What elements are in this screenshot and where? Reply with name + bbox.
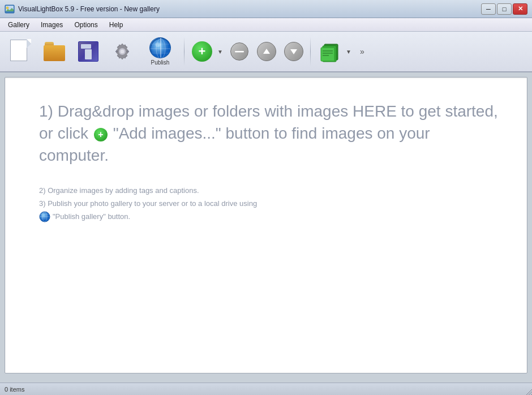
svg-point-13 [155,42,161,47]
open-folder-icon [44,42,65,61]
gear-icon [112,41,132,62]
add-dropdown-arrow[interactable]: ▼ [216,41,225,62]
open-button[interactable] [38,35,70,68]
add-images-button[interactable]: + [188,35,216,68]
toolbar-separator-2 [310,37,311,66]
title-bar: VisualLightBox 5.9 - Free version - New … [0,0,532,18]
theme-icon [318,40,341,63]
instruction-step3: 3) Publish your photo gallery to your se… [39,199,257,208]
add-icon-inline: + [94,128,108,141]
instruction-step2: 2) Organize images by adding tags and ca… [39,186,199,195]
close-button[interactable]: ✕ [513,3,527,15]
publish-globe-inline [39,211,50,222]
theme-button[interactable] [315,35,344,68]
publish-label: Publish [151,59,170,66]
save-button[interactable] [72,35,104,68]
theme-dropdown-arrow[interactable]: ▼ [344,41,353,62]
status-bar: 0 items [0,383,532,395]
menu-options[interactable]: Options [68,20,103,30]
maximize-button[interactable]: □ [497,3,512,15]
minimize-button[interactable]: ─ [481,3,496,15]
instruction-secondary-text: 2) Organize images by adding tags and ca… [39,184,499,227]
svg-marker-16 [290,49,297,54]
svg-rect-19 [321,48,334,61]
save-icon [78,41,98,62]
move-down-icon [284,42,303,61]
move-down-button[interactable] [281,35,306,68]
toolbar-separator-1 [184,37,185,66]
add-icon: + [192,41,212,62]
remove-button[interactable] [227,35,252,68]
svg-point-7 [121,50,125,54]
instruction-main-text: 1) Drag&drop images or folders with imag… [39,100,499,167]
svg-point-2 [6,7,8,9]
menu-gallery[interactable]: Gallery [2,20,35,30]
options-button[interactable] [106,35,138,68]
theme-group: ▼ [315,35,353,68]
globe-icon [149,37,171,58]
main-content-area: 1) Drag&drop images or folders with imag… [5,77,527,373]
menu-images[interactable]: Images [35,20,68,30]
instruction-area: 1) Drag&drop images or folders with imag… [5,78,527,243]
move-up-button[interactable] [254,35,279,68]
svg-point-8 [151,38,171,58]
menu-help[interactable]: Help [104,20,129,30]
window-controls: ─ □ ✕ [481,3,527,15]
toolbar: Publish + ▼ [0,32,532,72]
status-text: 0 items [5,386,24,393]
instruction-step3b: "Publish gallery" button. [53,210,130,223]
svg-rect-14 [235,51,244,53]
menu-bar: Gallery Images Options Help [0,18,532,32]
remove-icon [230,42,248,61]
svg-marker-15 [263,49,270,54]
move-up-icon [257,42,276,61]
more-options-button[interactable]: » [358,41,367,62]
add-images-group: + ▼ [188,35,225,68]
resize-grip[interactable] [524,387,532,395]
app-icon [5,4,15,14]
window-title: VisualLightBox 5.9 - Free version - New … [18,5,481,13]
new-icon [10,40,31,63]
new-button[interactable] [5,35,36,68]
publish-button[interactable]: Publish [140,35,180,68]
